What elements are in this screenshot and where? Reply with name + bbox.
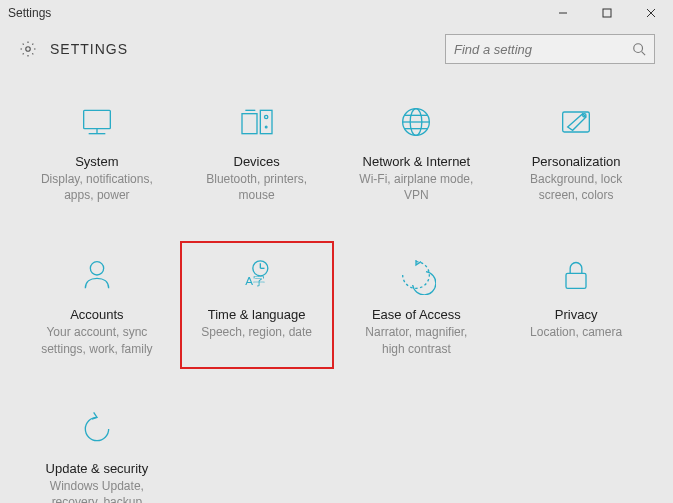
minimize-button[interactable] <box>541 0 585 26</box>
search-input[interactable] <box>454 42 632 57</box>
tile-desc: Background, lock screen, colors <box>505 171 647 203</box>
tile-accounts[interactable]: Accounts Your account, sync settings, wo… <box>20 241 174 368</box>
settings-grid: System Display, notifications, apps, pow… <box>0 78 673 503</box>
tile-title: Accounts <box>26 307 168 322</box>
tile-title: Network & Internet <box>346 154 488 169</box>
svg-point-22 <box>90 262 103 275</box>
page-title: SETTINGS <box>50 41 128 57</box>
tile-system[interactable]: System Display, notifications, apps, pow… <box>20 88 174 215</box>
svg-rect-11 <box>260 110 272 133</box>
update-security-icon <box>26 405 168 453</box>
header: SETTINGS <box>0 26 673 78</box>
tile-title: Time & language <box>186 307 328 322</box>
time-language-icon: A字 <box>186 251 328 299</box>
svg-point-4 <box>26 47 31 52</box>
tile-desc: Your account, sync settings, work, famil… <box>26 324 168 356</box>
tile-title: Update & security <box>26 461 168 476</box>
svg-text:A字: A字 <box>245 274 265 287</box>
close-button[interactable] <box>629 0 673 26</box>
tile-desc: Bluetooth, printers, mouse <box>186 171 328 203</box>
svg-point-13 <box>265 126 267 128</box>
privacy-icon <box>505 251 647 299</box>
titlebar: Settings <box>0 0 673 26</box>
tile-title: Personalization <box>505 154 647 169</box>
gear-icon <box>12 40 44 58</box>
tile-title: Privacy <box>505 307 647 322</box>
svg-line-6 <box>642 52 646 56</box>
tile-network[interactable]: Network & Internet Wi-Fi, airplane mode,… <box>340 88 494 215</box>
svg-point-5 <box>634 44 643 53</box>
svg-point-12 <box>264 115 267 118</box>
tile-desc: Location, camera <box>505 324 647 340</box>
maximize-button[interactable] <box>585 0 629 26</box>
network-icon <box>346 98 488 146</box>
tile-title: System <box>26 154 168 169</box>
tile-title: Ease of Access <box>346 307 488 322</box>
tile-ease-of-access[interactable]: Ease of Access Narrator, magnifier, high… <box>340 241 494 368</box>
personalization-icon <box>505 98 647 146</box>
tile-title: Devices <box>186 154 328 169</box>
window-title: Settings <box>8 6 541 20</box>
accounts-icon <box>26 251 168 299</box>
svg-rect-10 <box>242 114 257 134</box>
tile-desc: Windows Update, recovery, backup <box>26 478 168 503</box>
tile-desc: Wi-Fi, airplane mode, VPN <box>346 171 488 203</box>
tile-privacy[interactable]: Privacy Location, camera <box>499 241 653 368</box>
tile-devices[interactable]: Devices Bluetooth, printers, mouse <box>180 88 334 215</box>
window-controls <box>541 0 673 26</box>
tile-personalization[interactable]: Personalization Background, lock screen,… <box>499 88 653 215</box>
search-icon <box>632 42 646 56</box>
tile-time-language[interactable]: A字 Time & language Speech, region, date <box>180 241 334 368</box>
ease-of-access-icon <box>346 251 488 299</box>
devices-icon <box>186 98 328 146</box>
svg-rect-27 <box>566 274 586 289</box>
tile-update-security[interactable]: Update & security Windows Update, recove… <box>20 395 174 503</box>
tile-desc: Narrator, magnifier, high contrast <box>346 324 488 356</box>
system-icon <box>26 98 168 146</box>
tile-desc: Display, notifications, apps, power <box>26 171 168 203</box>
tile-desc: Speech, region, date <box>186 324 328 340</box>
search-box[interactable] <box>445 34 655 64</box>
svg-rect-1 <box>603 9 611 17</box>
svg-rect-7 <box>84 110 111 128</box>
